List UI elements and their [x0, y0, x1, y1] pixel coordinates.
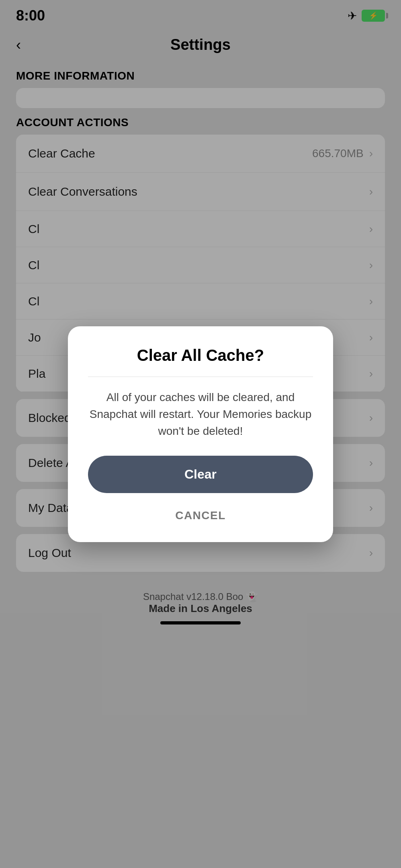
modal-divider	[88, 377, 313, 377]
modal-message: All of your caches will be cleared, and …	[88, 389, 313, 440]
modal-cancel-button[interactable]: CANCEL	[88, 505, 313, 526]
modal-clear-button[interactable]: Clear	[88, 456, 313, 493]
modal-title: Clear All Cache?	[88, 346, 313, 364]
clear-cache-modal: Clear All Cache? All of your caches will…	[68, 326, 333, 542]
modal-overlay[interactable]: Clear All Cache? All of your caches will…	[0, 0, 401, 868]
